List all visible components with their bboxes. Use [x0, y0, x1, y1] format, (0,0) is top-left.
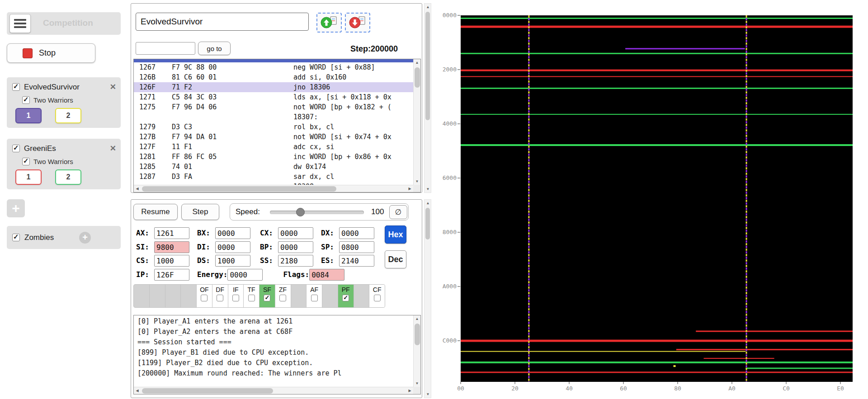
disassembly-panel: 1267F7 9C 88 00neg WORD [si + 0x88]126B8… [133, 59, 421, 192]
flag-cell-tf: TF [244, 285, 259, 307]
register-cs-input[interactable] [154, 255, 189, 267]
control-panel: Resume Step Speed: 100 ∅ AX:BX:CX:DX:SI:… [131, 199, 422, 398]
stop-button[interactable]: Stop [7, 43, 95, 63]
scroll-down-arrow[interactable] [414, 178, 420, 185]
disassembly-row[interactable]: 1275F7 96 D4 06not WORD [bp + 0x182 + ( [134, 102, 413, 112]
register-di-input[interactable] [215, 241, 250, 253]
register-dx-input[interactable] [339, 227, 374, 239]
goto-button[interactable]: go to [198, 42, 231, 55]
register-ip-input[interactable] [154, 269, 189, 281]
vscroll-thumb[interactable] [415, 324, 420, 345]
warriors-checkbox[interactable] [22, 96, 30, 104]
warrior-1-button[interactable]: 1 [15, 169, 42, 185]
disassembly-row[interactable]: 1281FF 86 FC 05inc WORD [bp + 0x86 + 0x [134, 152, 413, 162]
flags-strip: OFDFIFTFSFZFAFPFCF [133, 284, 385, 308]
disassembly-hscrollbar[interactable] [134, 185, 413, 192]
register-cell: DI: [197, 241, 250, 253]
disassembly-bytes: C5 84 3C 03 [172, 92, 293, 102]
save-warrior-button[interactable] [345, 13, 370, 33]
disassembly-address: 1285 [139, 162, 172, 172]
hscroll-thumb[interactable] [142, 186, 336, 192]
disassembly-row[interactable]: 127F11 F1adc cx, si [134, 142, 413, 152]
disassembly-row[interactable]: 1279D3 C3rol bx, cl [134, 122, 413, 132]
goto-address-input[interactable] [136, 42, 195, 55]
register-es-input[interactable] [339, 255, 374, 267]
scroll-up-arrow[interactable] [414, 59, 420, 66]
register-energy-input[interactable] [227, 269, 263, 281]
disassembly-row[interactable]: 127BF7 94 DA 01not WORD [si + 0x74 + 0x [134, 132, 413, 142]
disassembly-bytes [172, 182, 293, 185]
register-bx-input[interactable] [215, 227, 250, 239]
flag-of-checkbox[interactable] [201, 295, 208, 301]
hscroll-thumb[interactable] [142, 388, 273, 394]
disassembly-asm: dw 0x174 [293, 162, 413, 172]
disassembly-row[interactable] [134, 59, 413, 62]
register-si-input[interactable] [154, 241, 189, 253]
register-bp-input[interactable] [278, 241, 313, 253]
editor-scrollbar[interactable] [424, 3, 431, 193]
warrior-name-input[interactable] [136, 13, 309, 31]
register-sp-input[interactable] [339, 241, 374, 253]
register-ds-input[interactable] [215, 255, 250, 267]
player-checkbox[interactable] [12, 83, 20, 91]
flag-tf-checkbox[interactable] [248, 295, 255, 301]
disassembly-address: 1271 [139, 92, 172, 102]
disassembly-row[interactable]: 126F71 F2jno 18306 [134, 82, 413, 92]
log-vscrollbar[interactable] [413, 315, 420, 387]
add-player-button[interactable] [7, 199, 25, 217]
scroll-down-arrow[interactable] [414, 380, 420, 387]
scroll-right-arrow[interactable] [406, 387, 413, 394]
hex-button[interactable]: Hex [385, 225, 406, 244]
register-si-label: SI: [136, 241, 154, 253]
scroll-up-arrow[interactable] [414, 315, 420, 322]
register-ss-input[interactable] [278, 255, 313, 267]
register-ax-input[interactable] [154, 227, 189, 239]
player-checkbox[interactable] [12, 145, 20, 152]
log-hscrollbar[interactable] [134, 387, 413, 394]
disassembly-row[interactable]: 18307: [134, 112, 413, 122]
disassembly-row[interactable]: 128574 01dw 0x174 [134, 162, 413, 172]
menu-button[interactable] [9, 14, 31, 33]
flag-cf-checkbox[interactable] [374, 295, 381, 301]
stop-icon [23, 48, 33, 58]
register-cell: SS: [260, 255, 313, 267]
zombies-checkbox[interactable] [12, 234, 20, 241]
flag-pf-checkbox[interactable] [342, 295, 349, 301]
scroll-left-arrow[interactable] [134, 185, 141, 192]
scroll-left-arrow[interactable] [134, 387, 141, 394]
register-cx-input[interactable] [278, 227, 313, 239]
disassembly-row[interactable]: 1287D3 FAsar dx, cl [134, 172, 413, 182]
flag-sf-checkbox[interactable] [264, 295, 270, 301]
warrior-2-button[interactable]: 2 [55, 169, 81, 185]
flag-zf-checkbox[interactable] [279, 295, 286, 301]
control-scrollbar[interactable] [424, 199, 431, 398]
disassembly-row[interactable]: 1267F7 9C 88 00neg WORD [si + 0x88] [134, 62, 413, 72]
scroll-up-arrow[interactable] [425, 4, 431, 10]
warriors-checkbox[interactable] [22, 158, 30, 165]
dec-button[interactable]: Dec [385, 250, 406, 268]
disassembly-row[interactable]: 18308: [134, 182, 413, 185]
memory-map-plot[interactable] [461, 15, 853, 382]
flag-label: PF [342, 286, 350, 293]
disassembly-row[interactable]: 126B81 C6 60 01add si, 0x160 [134, 72, 413, 82]
add-zombie-button[interactable] [79, 232, 91, 244]
disassembly-vscrollbar[interactable] [413, 59, 420, 185]
flag-if-checkbox[interactable] [232, 295, 239, 301]
vscroll-thumb[interactable] [425, 208, 430, 239]
disassembly-row[interactable]: 1271C5 84 3C 03lds ax, [si + 0x118 + 0x [134, 92, 413, 102]
warrior-1-button[interactable]: 1 [15, 108, 42, 123]
load-warrior-button[interactable] [316, 13, 342, 33]
scroll-down-arrow[interactable] [425, 186, 431, 192]
remove-player-button[interactable] [110, 144, 116, 153]
remove-player-button[interactable] [110, 82, 116, 92]
vscroll-thumb[interactable] [425, 12, 430, 120]
disassembly-asm [293, 59, 413, 62]
register-flags-input[interactable] [309, 269, 344, 281]
scroll-down-arrow[interactable] [425, 391, 431, 398]
scroll-up-arrow[interactable] [425, 200, 431, 207]
scroll-right-arrow[interactable] [406, 185, 413, 192]
flag-af-checkbox[interactable] [311, 295, 318, 301]
warrior-2-button[interactable]: 2 [55, 108, 81, 123]
flag-df-checkbox[interactable] [217, 295, 223, 301]
vscroll-thumb[interactable] [415, 67, 420, 88]
